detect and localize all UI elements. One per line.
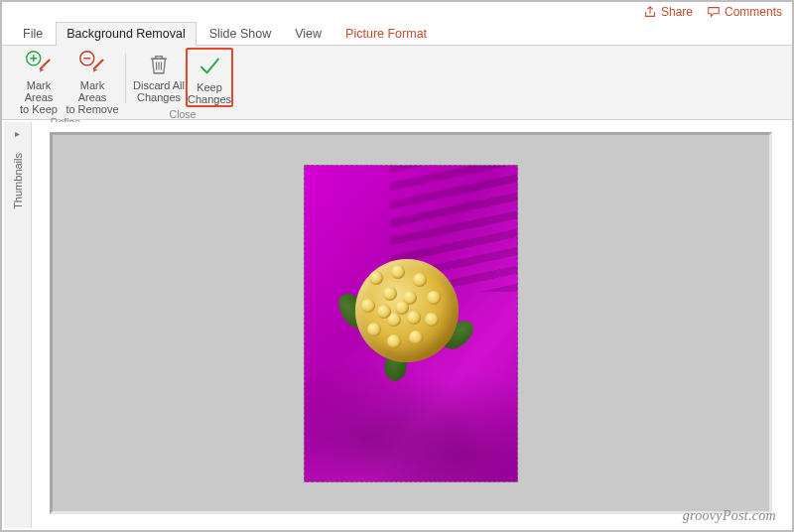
mark-keep-line2: to Keep	[20, 103, 58, 115]
share-label: Share	[661, 5, 693, 19]
ribbon-group-refine: Mark Areas to Keep Mark Areas to Remove	[8, 48, 123, 119]
thumbnails-panel-collapsed[interactable]: ▸ Thumbnails	[4, 122, 32, 528]
keep-line1: Keep	[197, 81, 222, 93]
discard-line1: Discard All	[133, 79, 185, 91]
pencil-minus-icon	[78, 50, 106, 77]
tab-file[interactable]: File	[12, 22, 54, 46]
mark-areas-keep-button[interactable]: Mark Areas to Keep	[12, 48, 66, 115]
share-button[interactable]: Share	[643, 5, 693, 19]
pencil-plus-icon	[25, 50, 53, 77]
app-window: Share Comments File Background Removal S…	[0, 0, 794, 532]
keep-line2: Changes	[188, 93, 231, 105]
ribbon-separator	[125, 54, 126, 103]
group-label-close: Close	[132, 107, 233, 122]
comment-icon	[707, 5, 721, 19]
slide[interactable]	[50, 132, 772, 514]
tab-view[interactable]: View	[284, 22, 332, 46]
keep-changes-button[interactable]: Keep Changes	[186, 48, 233, 107]
mark-remove-line1: Mark Areas	[66, 79, 119, 103]
tab-picture-format[interactable]: Picture Format	[334, 22, 438, 46]
tab-slide-show[interactable]: Slide Show	[198, 22, 283, 46]
mark-areas-remove-button[interactable]: Mark Areas to Remove	[66, 48, 119, 115]
tab-background-removal[interactable]: Background Removal	[56, 22, 197, 46]
mark-remove-line2: to Remove	[66, 103, 118, 115]
ribbon-group-close: Discard All Changes Keep Changes Close	[128, 48, 237, 119]
thumbnails-label: Thumbnails	[12, 153, 24, 209]
checkmark-icon	[196, 52, 223, 79]
title-bar: Share Comments	[2, 2, 792, 22]
chevron-right-icon[interactable]: ▸	[15, 128, 20, 139]
slide-canvas-area: groovyPost.com	[32, 122, 790, 528]
share-icon	[643, 5, 657, 19]
trash-icon	[145, 50, 173, 77]
comments-button[interactable]: Comments	[707, 5, 782, 19]
ribbon: Mark Areas to Keep Mark Areas to Remove	[2, 46, 792, 120]
tab-bar: File Background Removal Slide Show View …	[2, 22, 792, 46]
foreground-kept-region	[347, 251, 466, 370]
mark-keep-line1: Mark Areas	[12, 79, 66, 103]
selected-picture[interactable]	[304, 165, 518, 482]
discard-all-changes-button[interactable]: Discard All Changes	[132, 48, 186, 107]
workspace: ▸ Thumbnails	[4, 122, 790, 528]
watermark: groovyPost.com	[683, 508, 776, 524]
discard-line2: Changes	[137, 91, 181, 103]
comments-label: Comments	[725, 5, 782, 19]
